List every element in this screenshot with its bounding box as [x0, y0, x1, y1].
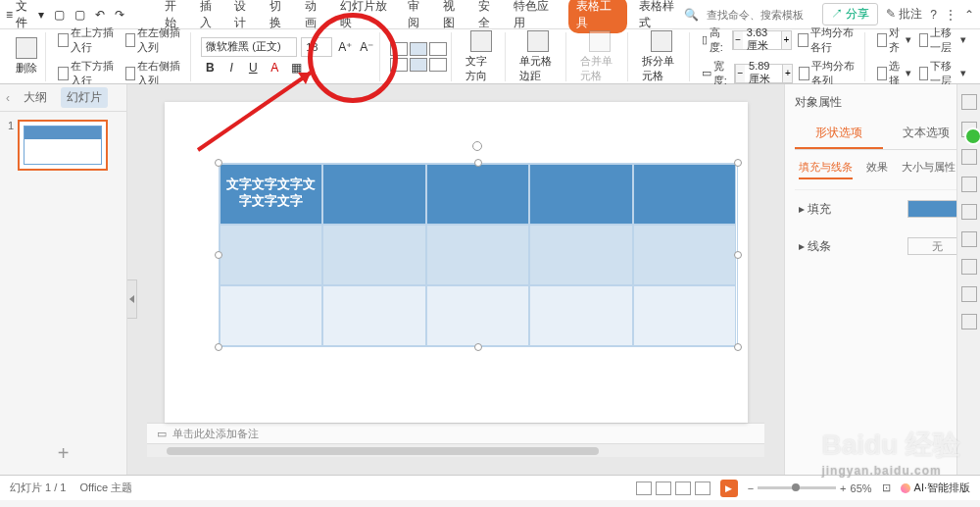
tool-1[interactable]	[961, 94, 977, 110]
text-direction[interactable]: 文字方向	[462, 30, 500, 83]
font-size-select[interactable]: 18	[301, 37, 332, 57]
table-cell[interactable]	[633, 225, 737, 285]
notification-badge[interactable]	[964, 127, 980, 145]
slideshow-button[interactable]: ▶	[720, 480, 738, 497]
subtab-fill[interactable]: 填充与线条	[799, 160, 853, 179]
tool-5[interactable]	[961, 204, 977, 220]
align-bottom[interactable]	[429, 42, 447, 56]
table-cell[interactable]	[529, 164, 633, 225]
move-up[interactable]: 上移一层 ▾	[917, 25, 968, 56]
align-center[interactable]	[410, 58, 427, 72]
file-menu[interactable]: ≡ 文件 ▾	[6, 0, 44, 31]
more-icon[interactable]: ⋮	[945, 8, 956, 22]
subtab-size[interactable]: 大小与属性	[902, 160, 956, 179]
tool-9[interactable]	[961, 314, 977, 330]
zoom-out[interactable]: −	[748, 482, 754, 494]
insert-col-left[interactable]: 在左侧插入列	[123, 25, 187, 56]
collapse-left[interactable]	[127, 279, 137, 319]
menu-animation[interactable]: 动画	[303, 0, 328, 35]
align-menu[interactable]: 对齐 ▾	[875, 25, 913, 56]
resize-handle[interactable]	[474, 159, 482, 167]
notes-bar[interactable]: ▭单击此处添加备注	[147, 423, 764, 443]
highlight-button[interactable]: ▦	[287, 59, 305, 76]
distribute-rows[interactable]: 平均分布各行	[796, 25, 860, 56]
view-notes[interactable]	[636, 482, 652, 495]
bold-button[interactable]: B	[201, 59, 219, 76]
menu-review[interactable]: 审阅	[406, 0, 431, 35]
command-search[interactable]	[707, 9, 814, 21]
table-cell[interactable]	[220, 225, 323, 285]
delete-button[interactable]: 删除	[12, 37, 41, 76]
view-normal[interactable]	[656, 482, 671, 495]
align-left[interactable]	[390, 58, 408, 72]
view-sorter[interactable]	[675, 482, 691, 495]
collapse-thumbs[interactable]: ‹	[6, 91, 10, 105]
tool-4[interactable]	[961, 177, 977, 192]
zoom-in[interactable]: +	[840, 482, 846, 494]
quick-action-3[interactable]: ↶	[95, 8, 105, 22]
split-cells[interactable]: 拆分单元格	[638, 30, 685, 83]
menu-table-tools[interactable]: 表格工具	[568, 0, 627, 33]
resize-handle[interactable]	[215, 343, 222, 351]
slide-table[interactable]: 文字文字文字文字文字文字	[219, 163, 738, 347]
fit-button[interactable]: ⊡	[882, 482, 891, 494]
resize-handle[interactable]	[734, 251, 742, 259]
quick-action-1[interactable]: ▢	[54, 8, 65, 22]
tool-6[interactable]	[961, 231, 977, 247]
table-cell[interactable]	[529, 225, 633, 285]
table-cell[interactable]	[633, 164, 737, 225]
tab-slides[interactable]: 幻灯片	[61, 87, 108, 108]
menu-insert[interactable]: 插入	[198, 0, 223, 35]
quick-action-2[interactable]: ▢	[74, 8, 85, 22]
increase-font[interactable]: A⁺	[336, 38, 354, 56]
menu-design[interactable]: 设计	[232, 0, 258, 35]
line-row[interactable]: ▸ 线条无	[795, 228, 970, 265]
font-color-button[interactable]: A	[266, 59, 283, 76]
table-cell[interactable]	[322, 225, 426, 285]
tool-3[interactable]	[961, 149, 977, 165]
comment-button[interactable]: ✎ 批注	[886, 6, 922, 23]
table-cell[interactable]	[633, 285, 737, 346]
table-cell[interactable]	[426, 225, 530, 285]
italic-button[interactable]: I	[222, 59, 240, 76]
table-cell[interactable]	[529, 285, 633, 346]
height-input[interactable]: −3.63厘米+	[732, 30, 793, 50]
resize-handle[interactable]	[734, 343, 742, 351]
menu-transition[interactable]: 切换	[268, 0, 293, 35]
rotate-handle[interactable]	[472, 141, 482, 151]
help-icon[interactable]: ?	[930, 8, 937, 22]
table-cell[interactable]	[322, 285, 426, 346]
tab-shape-options[interactable]: 形状选项	[795, 119, 883, 149]
table-cell[interactable]: 文字文字文字文字文字文字	[220, 164, 323, 225]
resize-handle[interactable]	[734, 159, 742, 167]
thumbnail-1[interactable]: 1	[8, 120, 119, 171]
tool-8[interactable]	[961, 286, 977, 302]
width-input[interactable]: −5.89厘米+	[734, 64, 793, 83]
tab-outline[interactable]: 大纲	[18, 87, 53, 108]
share-button[interactable]: ↗ 分享	[822, 3, 878, 25]
menu-slideshow[interactable]: 幻灯片放映	[338, 0, 396, 35]
subtab-effect[interactable]: 效果	[866, 160, 888, 179]
resize-handle[interactable]	[215, 159, 222, 167]
ai-layout-button[interactable]: AI·智能排版	[901, 481, 970, 495]
decrease-font[interactable]: A⁻	[358, 38, 375, 56]
collapse-ribbon-icon[interactable]: ⌃	[964, 8, 974, 22]
zoom-control[interactable]: − + 65%	[748, 482, 872, 494]
table-cell[interactable]	[322, 164, 426, 225]
insert-row-above[interactable]: 在上方插入行	[56, 25, 120, 56]
font-name-select[interactable]: 微软雅黑 (正文)	[201, 37, 297, 57]
tool-7[interactable]	[961, 259, 977, 275]
resize-handle[interactable]	[215, 251, 222, 259]
horizontal-scrollbar[interactable]	[147, 443, 764, 457]
underline-button[interactable]: U	[244, 59, 262, 76]
quick-action-4[interactable]: ↷	[115, 8, 124, 22]
slide[interactable]: 文字文字文字文字文字文字	[165, 102, 748, 423]
align-top[interactable]	[390, 42, 408, 56]
align-right[interactable]	[429, 58, 447, 72]
table-cell[interactable]	[220, 285, 323, 346]
add-slide-button[interactable]: +	[0, 432, 126, 475]
table-cell[interactable]	[426, 285, 530, 346]
fill-row[interactable]: ▸ 填充	[795, 190, 970, 228]
search-icon[interactable]: 🔍	[684, 8, 699, 22]
table-cell[interactable]	[426, 164, 530, 225]
